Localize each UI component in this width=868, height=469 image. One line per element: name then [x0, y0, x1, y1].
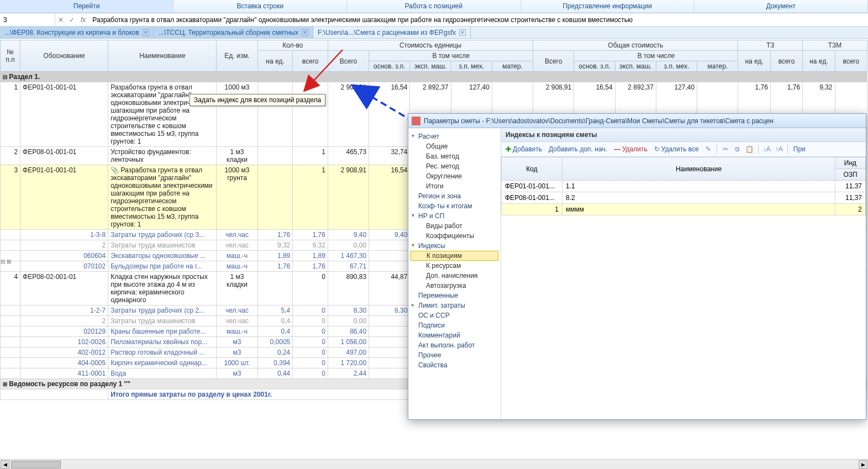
cell[interactable]	[369, 347, 410, 358]
cell[interactable]: 2	[20, 240, 108, 251]
cell[interactable]: маш.-ч	[217, 326, 257, 337]
wand-icon[interactable]: ✎	[703, 144, 713, 154]
cell[interactable]: 102-0026	[20, 337, 108, 347]
delete-all-button[interactable]: ↻Удалить все	[652, 144, 701, 154]
ribbon-tab-info[interactable]: Представление информации	[521, 0, 695, 13]
col-tz-total[interactable]: всего	[770, 51, 802, 72]
cell[interactable]	[1, 358, 20, 368]
row-toggle[interactable]: ⊟ ⊞	[1, 259, 14, 265]
tree-item[interactable]: Баз. метод	[411, 151, 498, 161]
section-row[interactable]: ⊟ Раздел 1.	[1, 72, 867, 82]
parameters-dialog[interactable]: Параметры сметы - F:\Users\adostovalov\D…	[408, 113, 866, 420]
cell[interactable]: 2,44	[328, 368, 369, 379]
col-qty[interactable]: Кол-во	[257, 40, 328, 51]
cell[interactable]: маш.-ч	[217, 251, 257, 261]
col-tz[interactable]: ТЗ	[738, 40, 803, 51]
col-g-mat[interactable]: матер.	[697, 61, 738, 72]
cell[interactable]	[369, 261, 410, 272]
cell[interactable]: 1 720,00	[328, 358, 369, 368]
cell[interactable]: 402-0012	[20, 347, 108, 358]
cell[interactable]	[1, 305, 20, 316]
cell[interactable]: 020129	[20, 326, 108, 337]
cell[interactable]: Бульдозеры при работе на г...	[108, 261, 217, 272]
tree-item[interactable]: Доп. начисления	[411, 271, 498, 281]
cell[interactable]: 44,87	[369, 272, 410, 305]
cell[interactable]	[369, 337, 410, 347]
cell[interactable]: ФЕР01-01-001-01	[20, 165, 108, 230]
copy-icon[interactable]: ⧉	[733, 144, 743, 154]
col-unit[interactable]: Ед. изм.	[217, 40, 257, 72]
cell[interactable]: ФЕР08-01-001-01	[20, 147, 108, 165]
cell[interactable]: 0	[293, 305, 328, 316]
cell[interactable]	[369, 251, 410, 261]
cancel-icon[interactable]: ✕	[55, 16, 66, 24]
cell[interactable]: 0	[293, 358, 328, 368]
cell[interactable]: 67,71	[328, 261, 369, 272]
col-tz-unit[interactable]: на ед.	[738, 51, 770, 72]
tree-item[interactable]: Общие	[411, 141, 498, 151]
tree-item[interactable]: Коэф-ты к итогам	[411, 201, 498, 211]
cell[interactable]: Кладка стен наружных простых при высоте …	[108, 272, 217, 305]
index-row[interactable]: 1мммм2	[502, 204, 866, 215]
cell[interactable]: 32,74	[369, 147, 410, 165]
cell[interactable]	[1, 326, 20, 337]
index-row[interactable]: ФЕР08-01-001...8.211,37	[502, 192, 866, 204]
cell[interactable]	[293, 82, 328, 147]
cell[interactable]: 1,89	[293, 251, 328, 261]
col-qty-unit[interactable]: на ед.	[257, 51, 293, 72]
tree-item[interactable]: К позициям	[411, 251, 498, 261]
cell[interactable]: 0	[293, 368, 328, 379]
cell[interactable]	[1, 230, 20, 240]
cell[interactable]: 0	[293, 337, 328, 347]
col-zpm[interactable]: з.п. мех.	[451, 61, 492, 72]
cell[interactable]: 1 м3 кладки	[217, 147, 257, 165]
doc-tab-2[interactable]: F:\Users\a...\Смета с расценками из ФЕР.…	[313, 27, 471, 38]
cell[interactable]: 5,4	[257, 305, 293, 316]
cell[interactable]: 16,54	[369, 165, 410, 230]
scroll-thumb[interactable]	[11, 461, 61, 468]
cell[interactable]: Затраты труда рабочих (ср 3...	[108, 230, 217, 240]
cell[interactable]	[369, 326, 410, 337]
cell[interactable]: 9,32	[257, 240, 293, 251]
cell[interactable]	[257, 147, 293, 165]
cell[interactable]: 2 908,91	[328, 82, 369, 147]
col-g-ozp[interactable]: основ. з.п.	[574, 61, 615, 72]
cell[interactable]: 1	[293, 147, 328, 165]
tree-item[interactable]: Рес. метод	[411, 161, 498, 171]
tree-item[interactable]: Свойства	[411, 360, 498, 370]
cell[interactable]: 0,0005	[257, 337, 293, 347]
tree-item[interactable]: Акт выполн. работ	[411, 340, 498, 350]
tree-item[interactable]: Коэффициенты	[411, 231, 498, 241]
cell[interactable]: 1,89	[257, 251, 293, 261]
cell[interactable]: Пиломатериалы хвойных пор...	[108, 337, 217, 347]
cell[interactable]: 1000 шт.	[217, 358, 257, 368]
dialog-titlebar[interactable]: Параметры сметы - F:\Users\adostovalov\D…	[408, 114, 866, 128]
idx-col-code[interactable]: Код	[502, 157, 562, 181]
index-table[interactable]: Код Наименование Инд ОЗП ФЕР01-01-001...…	[501, 157, 866, 215]
scroll-left-icon[interactable]: ◀	[1, 460, 9, 469]
cell[interactable]: 2	[1, 147, 20, 165]
cell[interactable]: 060604	[20, 251, 108, 261]
col-ozp[interactable]: основ. з.п.	[369, 61, 410, 72]
cell[interactable]	[257, 165, 293, 230]
accept-icon[interactable]: ✓	[66, 16, 77, 24]
cell[interactable]: 1000 м3	[217, 82, 257, 147]
cell[interactable]: чел.час	[217, 230, 257, 240]
tree-item[interactable]: Комментарий	[411, 330, 498, 340]
delete-button[interactable]: —Удалить	[612, 144, 650, 154]
cell[interactable]: Устройство фундаментов: ленточных	[108, 147, 217, 165]
ribbon-tab-goto[interactable]: Перейти	[0, 0, 173, 13]
cell[interactable]: 0,00	[328, 240, 369, 251]
col-unitcost-total[interactable]: Всего	[328, 51, 369, 72]
cell[interactable]: 3	[1, 165, 20, 230]
cell[interactable]: 1,76	[293, 230, 328, 240]
cell[interactable]	[1, 240, 20, 251]
index-row[interactable]: ФЕР01-01-001...1.111,37	[502, 181, 866, 192]
cell[interactable]: ФЕР01-01-001-01	[20, 82, 108, 147]
ribbon-tab-position[interactable]: Работа с позицией	[347, 0, 520, 13]
cell[interactable]: 0	[293, 272, 328, 305]
sort-asc-icon[interactable]: ↓A	[762, 144, 772, 154]
cut-icon[interactable]: ✂	[720, 144, 730, 154]
tree-item[interactable]: Автозагрузка	[411, 281, 498, 291]
tree-item[interactable]: Округление	[411, 171, 498, 181]
